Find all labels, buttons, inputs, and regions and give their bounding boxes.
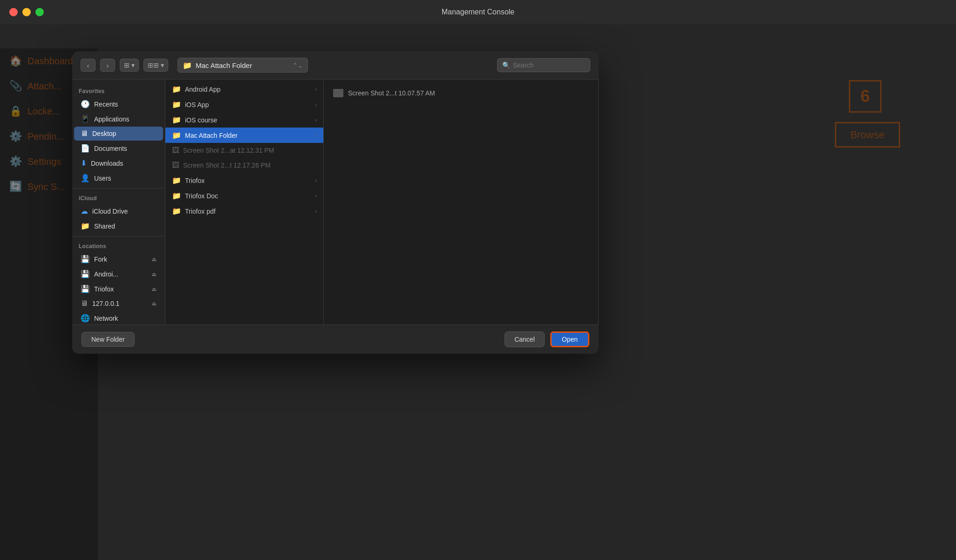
view-dropdown-icon: ▾	[131, 61, 135, 69]
view-columns-button[interactable]: ⊞ ▾	[120, 59, 139, 72]
search-icon: 🔍	[502, 61, 510, 69]
preview-thumbnail	[333, 89, 343, 97]
sidebar-item-desktop-label: Desktop	[92, 130, 116, 137]
sidebar-item-users-label: Users	[94, 175, 111, 182]
sidebar-item-fork-label: Fork	[94, 256, 107, 263]
mac-attach-name: Mac Attach Folder	[185, 132, 311, 139]
sidebar-item-desktop[interactable]: 🖥 Desktop	[74, 127, 163, 141]
file-item-ios-course[interactable]: 📁 iOS course ›	[165, 112, 323, 128]
file-item-android-app[interactable]: 📁 Android App ›	[165, 81, 323, 97]
new-folder-button[interactable]: New Folder	[82, 332, 135, 347]
localhost-icon: 🖥	[81, 299, 88, 308]
back-button[interactable]: ‹	[81, 59, 96, 72]
view-grid-button[interactable]: ⊞⊞ ▾	[143, 59, 168, 72]
triofox-pdf-name: Triofox pdf	[185, 208, 311, 215]
triofox-eject-icon: ⏏	[151, 286, 157, 292]
sidebar-item-triofox[interactable]: 💾 Triofox ⏏	[74, 282, 163, 296]
ios-course-name: iOS course	[185, 116, 311, 124]
folder-selector[interactable]: 📁 Mac Attach Folder ⌃⌄	[178, 58, 308, 73]
screenshot1-icon: 🖼	[172, 146, 179, 155]
sidebar-divider-1	[72, 188, 165, 189]
dialog-footer: New Folder Cancel Open	[72, 324, 599, 354]
sidebar-item-recents[interactable]: 🕐 Recents	[74, 97, 163, 111]
maximize-button[interactable]	[35, 8, 44, 16]
search-input[interactable]	[513, 61, 585, 69]
window-controls	[9, 8, 44, 16]
sidebar-item-shared-label: Shared	[94, 223, 115, 230]
sidebar-item-localhost-label: 127.0.0.1	[92, 300, 119, 307]
folder-selector-name: Mac Attach Folder	[196, 61, 252, 69]
ios-app-arrow: ›	[315, 101, 317, 108]
file-list-pane: 📁 Android App › 📁 iOS App › 📁 iOS course…	[165, 80, 324, 324]
file-item-triofox-pdf[interactable]: 📁 Triofox pdf ›	[165, 203, 323, 219]
applications-icon: 📱	[81, 115, 90, 123]
triofox-doc-arrow: ›	[315, 193, 317, 199]
android-app-folder-icon: 📁	[172, 85, 181, 94]
sidebar-item-localhost[interactable]: 🖥 127.0.0.1 ⏏	[74, 297, 163, 310]
ios-course-folder-icon: 📁	[172, 115, 181, 124]
sidebar-item-network[interactable]: 🌐 Network	[74, 311, 163, 324]
preview-item-name: Screen Shot 2...t 10.07.57 AM	[348, 89, 435, 97]
sidebar-item-network-label: Network	[94, 315, 118, 322]
open-button[interactable]: Open	[550, 331, 589, 347]
recents-icon: 🕐	[81, 100, 90, 108]
sidebar-item-applications[interactable]: 📱 Applications	[74, 112, 163, 126]
close-button[interactable]	[9, 8, 18, 16]
file-item-screenshot2[interactable]: 🖼 Screen Shot 2...t 12.17.26 PM	[165, 158, 323, 173]
title-bar: Management Console	[0, 0, 956, 24]
triofox-arrow: ›	[315, 177, 317, 184]
sidebar-item-users[interactable]: 👤 Users	[74, 171, 163, 185]
sidebar-item-documents[interactable]: 📄 Documents	[74, 141, 163, 155]
file-item-triofox[interactable]: 📁 Triofox ›	[165, 173, 323, 188]
triofox-icon: 💾	[81, 284, 90, 293]
minimize-button[interactable]	[22, 8, 31, 16]
icloud-icon: ☁	[81, 207, 88, 216]
localhost-eject-icon: ⏏	[151, 300, 157, 307]
file-item-ios-app[interactable]: 📁 iOS App ›	[165, 97, 323, 112]
preview-pane: Screen Shot 2...t 10.07.57 AM	[324, 80, 598, 324]
file-picker-dialog: ‹ › ⊞ ▾ ⊞⊞ ▾ 📁 Mac Attach Folder ⌃⌄ 🔍 Fa…	[72, 51, 599, 354]
sidebar-item-android[interactable]: 💾 Androi... ⏏	[74, 267, 163, 281]
mac-attach-arrow: ›	[315, 132, 317, 139]
ios-app-folder-icon: 📁	[172, 100, 181, 109]
sidebar-item-android-label: Androi...	[94, 270, 118, 278]
sidebar-item-downloads[interactable]: ⬇ Downloads	[74, 156, 163, 170]
sidebar-item-triofox-label: Triofox	[94, 285, 114, 293]
dialog-toolbar: ‹ › ⊞ ▾ ⊞⊞ ▾ 📁 Mac Attach Folder ⌃⌄ 🔍	[72, 51, 599, 80]
downloads-icon: ⬇	[81, 159, 87, 168]
icloud-label: iCloud	[72, 191, 165, 203]
grid-icon: ⊞⊞	[148, 61, 159, 69]
cancel-button[interactable]: Cancel	[505, 331, 545, 347]
sidebar-item-applications-label: Applications	[94, 115, 130, 123]
android-app-name: Android App	[185, 86, 311, 93]
sidebar-item-fork[interactable]: 💾 Fork ⏏	[74, 252, 163, 266]
sidebar-item-icloud[interactable]: ☁ iCloud Drive	[74, 204, 163, 218]
network-icon: 🌐	[81, 314, 90, 323]
search-box[interactable]: 🔍	[497, 58, 590, 72]
locations-label: Locations	[72, 239, 165, 251]
desktop-icon: 🖥	[81, 129, 88, 138]
file-item-screenshot1[interactable]: 🖼 Screen Shot 2...at 12.12.31 PM	[165, 143, 323, 158]
footer-right: Cancel Open	[505, 331, 589, 347]
android-icon: 💾	[81, 270, 90, 278]
screenshot2-icon: 🖼	[172, 161, 179, 169]
fork-icon: 💾	[81, 255, 90, 263]
folder-selector-icon: 📁	[183, 61, 192, 70]
columns-icon: ⊞	[124, 61, 130, 69]
sidebar-item-shared[interactable]: 📁 Shared	[74, 219, 163, 233]
triofox-pdf-arrow: ›	[315, 208, 317, 215]
preview-item-screenshot: Screen Shot 2...t 10.07.57 AM	[333, 89, 589, 97]
sidebar-item-icloud-label: iCloud Drive	[92, 208, 128, 215]
dialog-sidebar: Favorites 🕐 Recents 📱 Applications 🖥 Des…	[72, 80, 165, 324]
triofox-folder-icon: 📁	[172, 176, 181, 185]
file-item-mac-attach[interactable]: 📁 Mac Attach Folder ›	[165, 128, 323, 143]
sidebar-item-downloads-label: Downloads	[91, 160, 123, 167]
file-item-triofox-doc[interactable]: 📁 Triofox Doc ›	[165, 188, 323, 203]
favorites-label: Favorites	[72, 84, 165, 96]
dialog-body: Favorites 🕐 Recents 📱 Applications 🖥 Des…	[72, 80, 599, 324]
triofox-file-name: Triofox	[185, 177, 311, 184]
shared-icon: 📁	[81, 222, 90, 230]
screenshot1-name: Screen Shot 2...at 12.12.31 PM	[183, 147, 317, 154]
fork-eject-icon: ⏏	[151, 256, 157, 263]
forward-button[interactable]: ›	[100, 59, 115, 72]
